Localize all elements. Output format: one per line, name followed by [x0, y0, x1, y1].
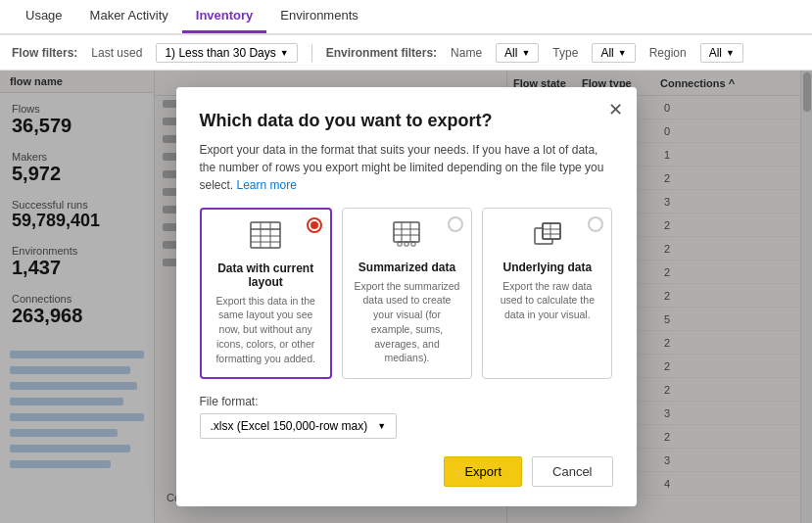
option-underlying[interactable]: Underlying data Export the raw data used…: [482, 208, 612, 379]
table-icon: [250, 221, 281, 254]
region-dropdown[interactable]: All ▼: [700, 43, 743, 63]
option-layout[interactable]: Data with current layout Export this dat…: [200, 208, 332, 379]
region-value: All: [709, 46, 722, 60]
region-label: Region: [649, 46, 687, 60]
name-chevron-icon: ▼: [521, 48, 530, 58]
summarized-icon: [391, 220, 422, 253]
last-used-chevron-icon: ▼: [280, 48, 289, 58]
modal-overlay: ✕ Which data do you want to export? Expo…: [0, 71, 812, 523]
type-chevron-icon: ▼: [618, 48, 627, 58]
option-summarized-desc: Export the summarized data used to creat…: [353, 279, 461, 365]
svg-rect-0: [251, 222, 280, 248]
cancel-button[interactable]: Cancel: [532, 456, 612, 487]
option-summarized[interactable]: Summarized data Export the summarized da…: [342, 208, 472, 379]
modal-description: Export your data in the format that suit…: [200, 141, 613, 194]
option-underlying-radio: [588, 216, 603, 232]
flow-filters-label: Flow filters:: [12, 46, 77, 60]
last-used-value: 1) Less than 30 Days: [165, 46, 275, 60]
option-summarized-title: Summarized data: [358, 261, 455, 274]
file-format-chevron-icon: ▼: [377, 421, 386, 431]
file-format-dropdown[interactable]: .xlsx (Excel 150,000-row max) ▼: [200, 413, 398, 439]
option-layout-title: Data with current layout: [212, 262, 320, 289]
tab-usage[interactable]: Usage: [12, 0, 76, 33]
option-layout-desc: Export this data in the same layout you …: [212, 294, 320, 365]
option-layout-radio: [307, 217, 322, 233]
option-summarized-radio: [448, 216, 463, 232]
export-modal: ✕ Which data do you want to export? Expo…: [176, 87, 637, 506]
modal-close-button[interactable]: ✕: [608, 101, 623, 119]
option-underlying-title: Underlying data: [502, 261, 592, 274]
region-chevron-icon: ▼: [726, 48, 735, 58]
tab-maker-activity[interactable]: Maker Activity: [76, 0, 182, 33]
last-used-dropdown[interactable]: 1) Less than 30 Days ▼: [156, 43, 297, 63]
file-format-label: File format:: [200, 395, 613, 408]
name-label: Name: [451, 46, 482, 60]
option-underlying-desc: Export the raw data used to calculate th…: [493, 279, 601, 322]
learn-more-link[interactable]: Learn more: [237, 178, 297, 192]
export-button[interactable]: Export: [444, 456, 522, 487]
name-dropdown[interactable]: All ▼: [496, 43, 539, 63]
modal-footer: Export Cancel: [200, 456, 613, 487]
modal-title: Which data do you want to export?: [200, 111, 613, 131]
underlying-icon: [532, 220, 563, 253]
export-options: Data with current layout Export this dat…: [200, 208, 613, 379]
svg-rect-6: [394, 222, 419, 242]
type-label: Type: [552, 46, 578, 60]
type-value: All: [600, 46, 613, 60]
env-filters-label: Environment filters:: [326, 46, 437, 60]
file-format-value: .xlsx (Excel 150,000-row max): [211, 419, 368, 433]
svg-rect-15: [543, 223, 560, 239]
last-used-label: Last used: [91, 46, 142, 60]
tab-environments[interactable]: Environments: [266, 0, 371, 33]
type-dropdown[interactable]: All ▼: [592, 43, 635, 63]
name-value: All: [504, 46, 517, 60]
tab-inventory[interactable]: Inventory: [182, 0, 267, 33]
